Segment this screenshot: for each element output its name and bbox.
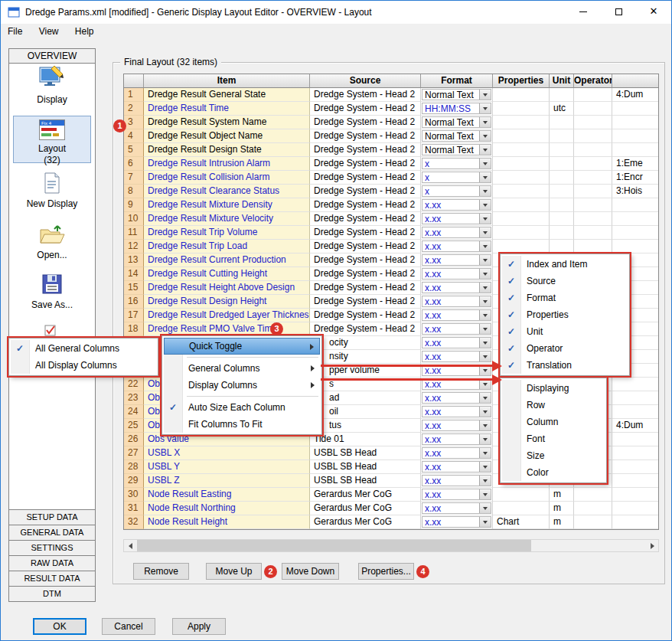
format-combo[interactable]: x.xx bbox=[422, 351, 491, 362]
format-combo[interactable]: x.xx bbox=[422, 213, 491, 224]
sidebar-item-save-as[interactable]: Save As... bbox=[9, 273, 95, 310]
format-combo[interactable]: x.xx bbox=[422, 420, 491, 431]
format-combo[interactable]: x.xx bbox=[422, 268, 491, 280]
menu-item-index-and-item[interactable]: ✓Index and Item bbox=[502, 256, 628, 273]
format-combo[interactable]: x.xx bbox=[422, 516, 491, 528]
format-dropdown-arrow[interactable] bbox=[479, 338, 491, 348]
ok-button[interactable]: OK bbox=[33, 618, 86, 635]
remove-button[interactable]: Remove bbox=[133, 563, 189, 580]
format-combo[interactable]: x.xx bbox=[422, 447, 491, 459]
col-header-format[interactable]: Format bbox=[421, 74, 493, 88]
sidebar-item-display[interactable]: Display bbox=[9, 65, 95, 105]
format-combo[interactable]: x.xx bbox=[422, 240, 491, 252]
format-combo[interactable]: HH:MM:SS bbox=[422, 103, 491, 114]
table-row[interactable]: 6Dredge Result Intrusion AlarmDredge Sys… bbox=[124, 157, 658, 171]
format-combo[interactable]: x.xx bbox=[422, 475, 491, 486]
col-header-source[interactable]: Source bbox=[310, 74, 421, 88]
menu-item-column[interactable]: Column bbox=[502, 414, 605, 430]
sidebar-item-new-display[interactable]: New Display bbox=[9, 172, 95, 209]
col-header-properties[interactable]: Properties bbox=[493, 74, 550, 88]
table-row[interactable]: 3Dredge Result System NameDredge System … bbox=[124, 116, 658, 129]
sidebar-tab-raw-data[interactable]: RAW DATA bbox=[8, 555, 96, 571]
format-dropdown-arrow[interactable] bbox=[479, 462, 491, 472]
format-combo[interactable]: x.xx bbox=[422, 199, 491, 211]
table-row[interactable]: 5Dredge Result Design StateDredge System… bbox=[124, 143, 658, 157]
format-dropdown-arrow[interactable] bbox=[479, 214, 491, 224]
table-row[interactable]: 7Dredge Result Collision AlarmDredge Sys… bbox=[124, 171, 658, 185]
format-combo[interactable]: x.xx bbox=[422, 323, 491, 335]
properties-button[interactable]: Properties... bbox=[358, 563, 414, 580]
format-combo[interactable]: x bbox=[422, 172, 491, 183]
sidebar-tab-settings[interactable]: SETTINGS bbox=[8, 540, 96, 556]
menu-item-font[interactable]: Font bbox=[502, 430, 605, 447]
format-combo[interactable]: x.xx bbox=[422, 309, 491, 321]
format-dropdown-arrow[interactable] bbox=[479, 200, 491, 210]
format-combo[interactable]: x.xx bbox=[422, 296, 491, 307]
cancel-button[interactable]: Cancel bbox=[102, 618, 155, 635]
menu-item-translation[interactable]: ✓Translation bbox=[502, 357, 628, 374]
format-dropdown-arrow[interactable] bbox=[479, 103, 491, 113]
format-dropdown-arrow[interactable] bbox=[479, 269, 491, 279]
menu-item-general-columns[interactable]: General Columns bbox=[164, 360, 320, 377]
sidebar-tab-general-data[interactable]: GENERAL DATA bbox=[8, 525, 96, 541]
close-button[interactable]: ✕ bbox=[636, 1, 671, 24]
format-dropdown-arrow[interactable] bbox=[479, 296, 491, 306]
apply-button[interactable]: Apply bbox=[172, 618, 226, 635]
format-combo[interactable]: x.xx bbox=[422, 489, 491, 500]
menu-item-properties[interactable]: ✓Properties bbox=[502, 306, 628, 323]
format-combo[interactable]: x.xx bbox=[422, 227, 491, 238]
col-header-extra[interactable] bbox=[612, 74, 658, 88]
sidebar-item-layout[interactable]: Fix 4 Layout (32) bbox=[13, 116, 91, 163]
maximize-button[interactable] bbox=[601, 1, 636, 24]
table-row[interactable]: 12Dredge Result Trip LoadDredge System -… bbox=[124, 240, 658, 253]
format-combo[interactable]: Normal Text bbox=[422, 130, 491, 142]
table-row[interactable]: 30Node Result EastingGerardus Mer CoGx.x… bbox=[124, 488, 658, 502]
format-dropdown-arrow[interactable] bbox=[479, 489, 491, 499]
menu-item-source[interactable]: ✓Source bbox=[502, 273, 628, 289]
format-dropdown-arrow[interactable] bbox=[479, 145, 491, 155]
menu-item-color[interactable]: Color bbox=[502, 464, 605, 481]
format-dropdown-arrow[interactable] bbox=[479, 393, 491, 403]
format-dropdown-arrow[interactable] bbox=[479, 310, 491, 320]
table-row[interactable]: 11Dredge Result Trip VolumeDredge System… bbox=[124, 226, 658, 240]
menu-item-displaying[interactable]: Displaying bbox=[502, 380, 605, 397]
scrollbar-thumb[interactable] bbox=[137, 540, 531, 551]
menu-item-auto-size-each-column[interactable]: ✓Auto Size Each Column bbox=[164, 399, 320, 416]
table-row[interactable]: 31Node Result NorthingGerardus Mer CoGx.… bbox=[124, 502, 658, 515]
format-combo[interactable]: x.xx bbox=[422, 282, 491, 293]
sidebar-item-open[interactable]: Open... bbox=[9, 224, 95, 260]
format-combo[interactable]: Normal Text bbox=[422, 89, 491, 100]
format-dropdown-arrow[interactable] bbox=[479, 434, 491, 444]
menu-help[interactable]: Help bbox=[68, 24, 101, 39]
format-combo[interactable]: x bbox=[422, 158, 491, 169]
menu-item-operator[interactable]: ✓Operator bbox=[502, 340, 628, 357]
format-combo[interactable]: x.xx bbox=[422, 337, 491, 348]
format-combo[interactable]: x.xx bbox=[422, 392, 491, 404]
format-dropdown-arrow[interactable] bbox=[479, 352, 491, 361]
format-dropdown-arrow[interactable] bbox=[479, 517, 491, 527]
format-dropdown-arrow[interactable] bbox=[479, 241, 491, 251]
menu-item-row[interactable]: Row bbox=[502, 397, 605, 414]
format-combo[interactable]: x.xx bbox=[422, 433, 491, 445]
menu-file[interactable]: File bbox=[1, 24, 29, 39]
format-dropdown-arrow[interactable] bbox=[479, 159, 491, 168]
format-dropdown-arrow[interactable] bbox=[479, 90, 491, 100]
menu-item-all-display-columns[interactable]: All Display Columns bbox=[11, 357, 156, 374]
format-dropdown-arrow[interactable] bbox=[479, 448, 491, 458]
format-dropdown-arrow[interactable] bbox=[479, 283, 491, 293]
col-header-unit[interactable]: Unit bbox=[550, 74, 574, 88]
col-header-item[interactable]: Item bbox=[144, 74, 310, 88]
format-combo[interactable]: x bbox=[422, 185, 491, 197]
table-row[interactable]: 2Dredge Result TimeDredge System - Head … bbox=[124, 102, 658, 116]
table-row[interactable]: 9Dredge Result Mixture DensityDredge Sys… bbox=[124, 198, 658, 212]
sidebar-tab-result-data[interactable]: RESULT DATA bbox=[8, 571, 96, 587]
format-dropdown-arrow[interactable] bbox=[479, 186, 491, 196]
table-row[interactable]: 4Dredge Result Object NameDredge System … bbox=[124, 129, 658, 143]
format-dropdown-arrow[interactable] bbox=[479, 407, 491, 417]
menu-item-all-general-columns[interactable]: ✓All General Columns bbox=[11, 340, 156, 357]
title-bar[interactable]: Dredge Params.xml [modified] - Generic D… bbox=[1, 1, 671, 24]
format-dropdown-arrow[interactable] bbox=[479, 131, 491, 141]
format-combo[interactable]: Normal Text bbox=[422, 144, 491, 155]
format-combo[interactable]: x.xx bbox=[422, 254, 491, 266]
table-row[interactable]: 32Node Result HeightGerardus Mer CoGx.xx… bbox=[124, 515, 658, 529]
